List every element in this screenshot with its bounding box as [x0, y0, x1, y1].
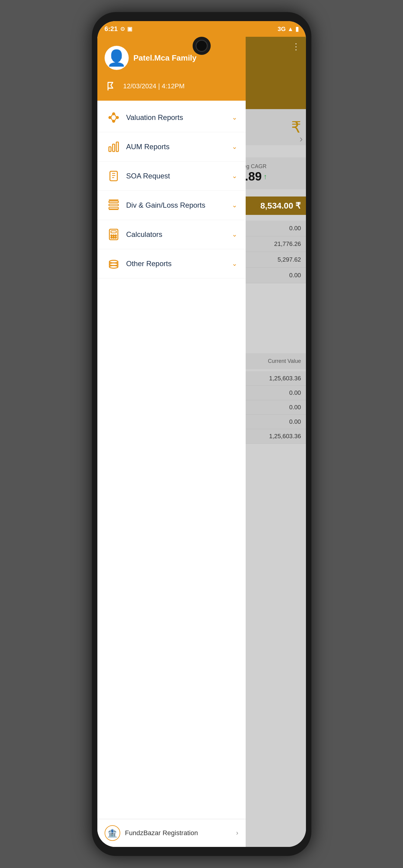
svg-line-5 [115, 115, 116, 117]
svg-point-21 [113, 235, 114, 236]
svg-rect-11 [110, 171, 117, 181]
div-gain-loss-chevron: ⌄ [232, 201, 237, 209]
calculators-icon [106, 227, 121, 242]
svg-rect-14 [109, 204, 119, 206]
profile-name: Patel.Mca Family [133, 53, 197, 63]
avatar: 👤 [104, 46, 129, 70]
svg-rect-13 [109, 201, 119, 203]
soa-request-chevron: ⌄ [232, 172, 237, 180]
svg-point-24 [113, 237, 114, 238]
menu-item-div-gain-loss[interactable]: Div & Gain/Loss Reports ⌄ [97, 191, 246, 220]
svg-point-28 [110, 260, 118, 263]
chevron-right-icon[interactable]: › [300, 133, 303, 144]
menu-item-soa-request[interactable]: SOA Request ⌄ [97, 161, 246, 191]
battery-icon: ▮ [296, 25, 299, 33]
time-display: 6:21 [104, 25, 118, 33]
svg-line-7 [115, 118, 116, 121]
drawer-menu: Valuation Reports ⌄ AUM Reports [97, 101, 246, 819]
main-content: ⋮ ₹ › Weg CAGR 4.89 ↑ 8,534.00 ₹ [97, 37, 306, 847]
valuation-reports-icon [106, 110, 121, 125]
user-icon: 👤 [107, 49, 126, 67]
phone-screen: 6:21 ⊙ ▣ 3G ▲ ▮ ⋮ ₹ [97, 21, 306, 847]
cagr-up-arrow: ↑ [264, 173, 267, 181]
phone-frame: 6:21 ⊙ ▣ 3G ▲ ▮ ⋮ ₹ [92, 12, 311, 856]
calculators-label: Calculators [126, 230, 227, 239]
signal-icon: ▲ [287, 26, 293, 33]
camera-lens [196, 40, 208, 52]
current-value-label: Current Value [239, 358, 301, 364]
div-gain-loss-label: Div & Gain/Loss Reports [126, 201, 227, 210]
footer-arrow-icon: › [236, 829, 238, 837]
menu-item-aum-reports[interactable]: AUM Reports ⌄ [97, 132, 246, 161]
camera-area [193, 37, 211, 55]
flag-icon [106, 81, 118, 92]
aum-reports-icon [106, 139, 121, 155]
aum-reports-chevron: ⌄ [232, 143, 237, 151]
footer-avatar-icon: 🏦 [104, 825, 120, 841]
svg-point-22 [115, 235, 116, 236]
svg-point-20 [111, 235, 112, 236]
network-label: 3G [278, 26, 286, 33]
other-reports-label: Other Reports [126, 259, 227, 268]
svg-point-23 [111, 237, 112, 238]
drawer-profile: 👤 Patel.Mca Family [97, 37, 246, 76]
three-dots-icon[interactable]: ⋮ [292, 41, 301, 52]
div-gain-loss-icon [106, 197, 121, 213]
other-reports-icon [106, 256, 121, 272]
menu-item-calculators[interactable]: Calculators ⌄ [97, 220, 246, 249]
calculators-chevron: ⌄ [232, 230, 237, 239]
status-bar: 6:21 ⊙ ▣ 3G ▲ ▮ [97, 21, 306, 37]
datetime-text: 12/03/2024 | 4:12PM [123, 82, 185, 90]
status-left: 6:21 ⊙ ▣ [104, 25, 132, 33]
soa-request-icon [106, 168, 121, 184]
datetime-icon [104, 79, 119, 93]
cagr-label: Weg CAGR [239, 163, 301, 170]
svg-rect-8 [109, 147, 111, 152]
camera-notch-placeholder [196, 21, 214, 38]
cagr-value: 4.89 ↑ [239, 170, 301, 183]
drawer-header: 👤 Patel.Mca Family 12/03/2024 | 4:12PM [97, 37, 246, 101]
svg-rect-9 [113, 144, 115, 152]
sd-card-icon: ▣ [127, 26, 132, 32]
valuation-reports-chevron: ⌄ [232, 114, 237, 121]
footer-label: FundzBazar Registration [125, 829, 231, 837]
footer-registration[interactable]: 🏦 FundzBazar Registration › [97, 819, 246, 847]
menu-item-other-reports[interactable]: Other Reports ⌄ [97, 249, 246, 278]
drawer-datetime: 12/03/2024 | 4:12PM [97, 76, 246, 101]
svg-rect-15 [109, 207, 119, 209]
svg-line-6 [111, 118, 113, 121]
svg-rect-10 [116, 142, 118, 152]
soa-request-label: SOA Request [126, 172, 227, 180]
menu-item-valuation-reports[interactable]: Valuation Reports ⌄ [97, 103, 246, 132]
amount-value: 8,534.00 ₹ [260, 201, 301, 210]
svg-rect-19 [111, 231, 116, 233]
svg-line-4 [111, 115, 113, 117]
svg-point-25 [115, 237, 116, 238]
valuation-reports-label: Valuation Reports [126, 113, 227, 122]
sim-icon: ⊙ [120, 26, 125, 32]
navigation-drawer: 👤 Patel.Mca Family 12/03/2024 | 4:12PM [97, 37, 246, 847]
aum-reports-label: AUM Reports [126, 143, 227, 151]
other-reports-chevron: ⌄ [232, 260, 237, 268]
status-right: 3G ▲ ▮ [278, 25, 299, 33]
